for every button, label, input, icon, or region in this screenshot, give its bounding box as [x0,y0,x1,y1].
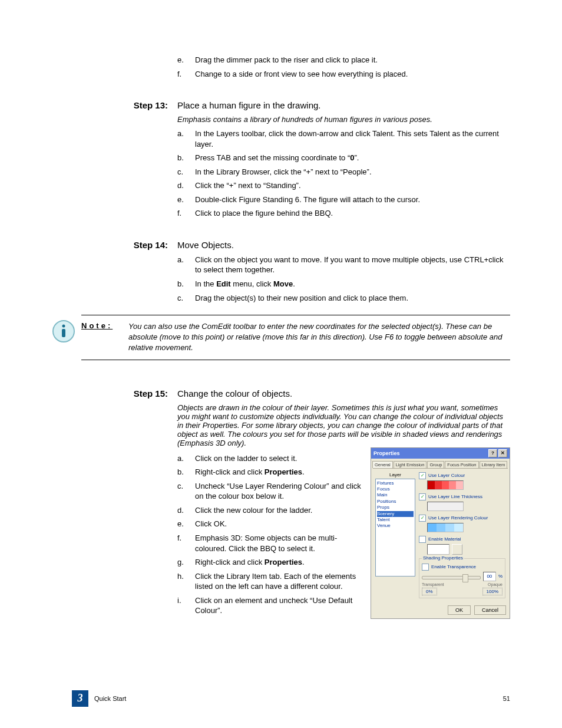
layer-item[interactable]: Positions [377,499,414,505]
tab-focus-position[interactable]: Focus Position [445,461,478,468]
list-item: f.Click to place the figure behind the B… [177,208,510,219]
checkbox-enable-transparence[interactable]: Enable Transparence [422,564,503,571]
svg-rect-2 [62,329,65,337]
list-text: Click the “+” next to “Standing”. [195,180,510,191]
hundred-button-right[interactable]: 100% [482,588,503,595]
tab-general[interactable]: General [372,461,393,468]
line-thickness-box[interactable] [427,502,464,511]
step-15-header: Step 15: Change the colour of objects. [114,388,510,398]
transparency-slider[interactable] [422,576,481,579]
step-note: Emphasis contains a library of hundreds … [177,115,510,124]
step-label: Step 13: [114,100,177,110]
note-label: Note: [81,321,128,330]
list-marker: b. [177,153,195,163]
render-colour-swatch[interactable] [427,523,464,532]
dialog-titlebar[interactable]: Properties ? ✕ [371,448,510,459]
list-text: Click on the object you want to move. If… [195,255,510,275]
colour-swatch[interactable] [427,480,464,490]
list-marker: c. [177,293,195,304]
step-15-body: Objects are drawn in the colour of their… [177,403,510,620]
list-marker: f. [177,533,195,543]
list-text: Change to a side or front view to see ho… [195,69,510,80]
layer-item-selected[interactable]: Scenery [377,511,414,517]
slider-label-opaque: Opaque [488,582,503,587]
step-title: Place a human figure in the drawing. [177,100,320,110]
layer-item[interactable]: Main [377,492,414,498]
list-text: Drag the dimmer pack to the riser and cl… [195,55,510,65]
list-item: d.Click the new colour for the ladder. [177,505,365,516]
tab-library-item[interactable]: Library Item [480,461,508,468]
layer-item[interactable]: Focus [377,486,414,492]
step-label: Step 15: [114,388,177,398]
list-item: h.Click the Library Item tab. Each of th… [177,571,365,592]
list-text: In the Layers toolbar, click the down-ar… [195,129,510,149]
layer-list[interactable]: Fixtures Focus Main Positions Props Scen… [375,479,415,577]
list-item: b.In the Edit menu, click Move. [177,279,510,289]
step-15-content: Step 15: Change the colour of objects. O… [114,388,510,620]
list-text: Click to place the figure behind the BBQ… [195,208,510,219]
step-14-body: a.Click on the object you want to move. … [177,255,510,303]
step-label: Step 14: [114,240,177,250]
list-item: e.Drag the dimmer pack to the riser and … [177,55,510,65]
step-13-body: Emphasis contains a library of hundreds … [177,115,510,219]
list-text: In the Library Browser, click the “+” ne… [195,167,510,177]
page-footer: 3 Quick Start 51 [52,690,510,707]
step-14-header: Step 14: Move Objects. [114,240,510,250]
tab-light-emission[interactable]: Light Emission [394,461,427,468]
tab-group[interactable]: Group [427,461,444,468]
list-marker: h. [177,571,195,582]
list-item: b.Press TAB and set the missing coordina… [177,153,510,163]
dialog-body: Layer Fixtures Focus Main Positions Prop… [373,468,508,602]
list-marker: e. [177,195,195,205]
dialog-title: Properties [373,450,400,456]
options-column: ✓Use Layer Colour ✓Use Layer Line Thickn… [419,472,505,598]
help-icon[interactable]: ? [488,449,497,457]
list-marker: a. [177,129,195,139]
layer-item[interactable]: Props [377,505,414,510]
layer-item[interactable]: Talent [377,517,414,523]
zero-button-left[interactable]: 0% [422,588,437,595]
list-item: g.Right-click and click Properties. [177,557,365,568]
note-box: Note: You can also use the ComEdit toolb… [81,315,510,360]
list-item: a.In the Layers toolbar, click the down-… [177,129,510,149]
list-marker: f. [177,69,195,80]
close-icon[interactable]: ✕ [498,449,507,457]
shading-group: Shading Properties Enable Transparence 0… [419,558,505,598]
shading-legend: Shading Properties [422,555,464,561]
material-picker-button[interactable] [452,544,462,555]
list-text: Click OK. [195,519,365,529]
note-block: Note: You can also use the ComEdit toolb… [52,315,510,360]
list-item: a.Click on the ladder to select it. [177,453,365,464]
checkbox-use-layer-colour[interactable]: ✓Use Layer Colour [419,472,505,479]
cancel-button[interactable]: Cancel [474,605,506,615]
list-text: Click on the ladder to select it. [195,453,365,464]
list-item: a.Click on the object you want to move. … [177,255,510,275]
list-text: Click on an element and uncheck “Use Def… [195,595,365,616]
checkbox-use-layer-line[interactable]: ✓Use Layer Line Thickness [419,493,505,500]
step-title: Change the colour of objects. [177,388,292,398]
checkbox-use-layer-render[interactable]: ✓Use Layer Rendering Colour [419,515,505,522]
ok-button[interactable]: OK [448,605,471,615]
list-item: f.Emphasis 3D: Some objects can be multi… [177,533,365,554]
document-page: e.Drag the dimmer pack to the riser and … [0,0,562,728]
list-text: Press TAB and set the missing coordinate… [195,153,510,163]
page-number: 51 [503,695,510,702]
main-content: e.Drag the dimmer pack to the riser and … [114,55,510,303]
svg-point-1 [62,325,65,328]
layer-item[interactable]: Fixtures [377,480,414,486]
checkbox-enable-material[interactable]: Enable Material [419,536,505,543]
list-item: c.Drag the object(s) to their new positi… [177,293,510,304]
list-text: Right-click and click Properties. [195,557,365,568]
list-text: Click the new colour for the ladder. [195,505,365,516]
material-box[interactable] [427,544,449,555]
intro-items: e.Drag the dimmer pack to the riser and … [177,55,510,79]
list-item: c.Uncheck “Use Layer Rendering Colour” a… [177,481,365,502]
list-text: In the Edit menu, click Move. [195,279,510,289]
list-text: Double-click Figure Standing 6. The figu… [195,195,510,205]
list-text: Right-click and click Properties. [195,467,365,477]
list-item: b.Right-click and click Properties. [177,467,365,477]
list-marker: e. [177,519,195,529]
layer-item[interactable]: Venue [377,523,414,529]
list-text: Emphasis 3D: Some objects can be multi-c… [195,533,365,554]
transparency-value[interactable]: 00 [483,572,496,581]
